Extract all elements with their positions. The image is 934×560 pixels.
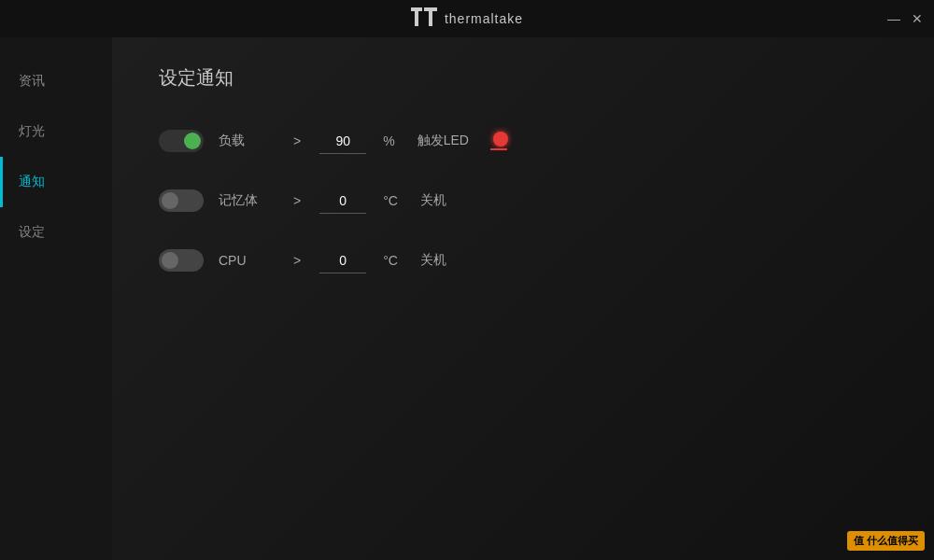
toggle-memory[interactable] — [159, 189, 204, 212]
toggle-knob-cpu — [162, 252, 178, 269]
app-logo: thermaltake — [411, 7, 523, 31]
label-load: 负载 — [219, 133, 275, 149]
toggle-load[interactable] — [159, 130, 204, 152]
sidebar-label-settings: 设定 — [19, 224, 45, 239]
window-controls: — ✕ — [887, 12, 923, 25]
content-area: 设定通知 负载 > % 触发LED 记忆体 > °C 关机 — [112, 37, 934, 560]
sidebar-label-info: 资讯 — [19, 73, 45, 88]
main-layout: 资讯 灯光 通知 设定 设定通知 负载 > % 触发LED — [0, 37, 934, 560]
value-load[interactable] — [319, 128, 366, 154]
label-memory: 记忆体 — [219, 192, 275, 209]
sidebar-item-notify[interactable]: 通知 — [0, 157, 112, 207]
svg-rect-2 — [424, 7, 437, 11]
value-memory[interactable] — [319, 188, 366, 214]
app-title: thermaltake — [445, 11, 523, 26]
label-cpu: CPU — [219, 253, 275, 268]
action-memory: 关机 — [420, 192, 446, 209]
logo-icon — [411, 7, 437, 31]
toggle-knob-memory — [162, 192, 178, 209]
unit-memory: °C — [383, 193, 398, 208]
sidebar: 资讯 灯光 通知 设定 — [0, 37, 112, 560]
sidebar-label-light: 灯光 — [19, 123, 45, 138]
unit-cpu: °C — [383, 253, 398, 268]
toggle-knob-load — [184, 133, 201, 149]
notification-row-memory: 记忆体 > °C 关机 — [159, 188, 887, 214]
watermark: 值 什么值得买 — [847, 531, 925, 551]
notification-row-cpu: CPU > °C 关机 — [159, 247, 887, 273]
sidebar-item-settings[interactable]: 设定 — [0, 207, 112, 258]
sidebar-label-notify: 通知 — [19, 174, 45, 189]
led-dot-load[interactable] — [493, 132, 508, 147]
action-load: 触发LED — [417, 133, 469, 149]
gt-load: > — [293, 133, 301, 148]
minimize-button[interactable]: — — [887, 12, 900, 25]
gt-cpu: > — [293, 253, 301, 268]
svg-rect-1 — [415, 11, 418, 26]
svg-rect-3 — [429, 11, 432, 26]
title-bar: thermaltake — ✕ — [0, 0, 934, 37]
sidebar-item-info[interactable]: 资讯 — [0, 56, 112, 106]
unit-load: % — [383, 133, 394, 148]
gt-memory: > — [293, 193, 301, 208]
toggle-cpu[interactable] — [159, 249, 204, 272]
notification-row-load: 负载 > % 触发LED — [159, 128, 887, 154]
sidebar-item-light[interactable]: 灯光 — [0, 106, 112, 157]
svg-rect-0 — [411, 7, 422, 11]
value-cpu[interactable] — [319, 247, 366, 273]
action-cpu: 关机 — [420, 252, 446, 269]
page-title: 设定通知 — [159, 65, 887, 91]
led-underline-load — [490, 148, 507, 150]
close-button[interactable]: ✕ — [912, 12, 923, 25]
